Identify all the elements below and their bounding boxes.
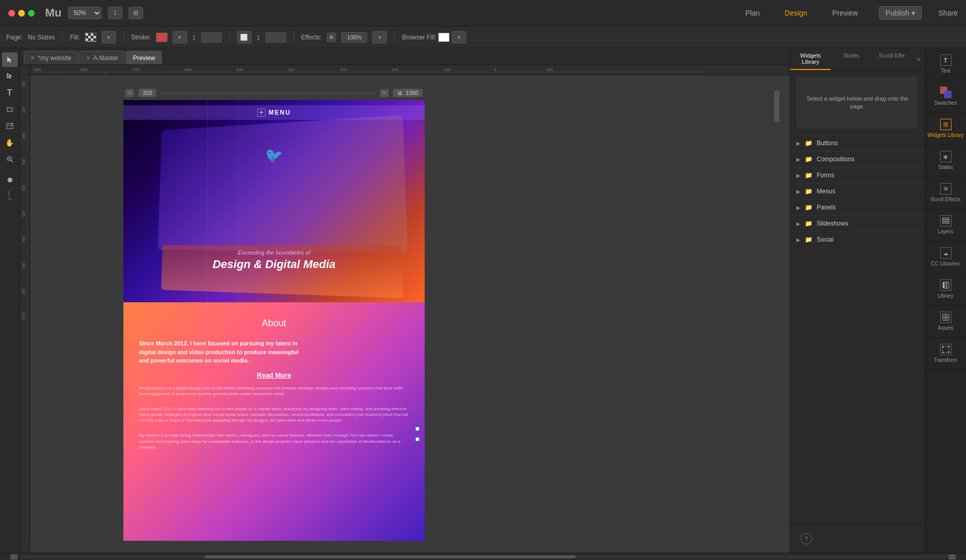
place-icon[interactable]: ⤵: [108, 7, 122, 19]
effects-dropdown[interactable]: ▾: [372, 31, 387, 44]
widget-categories-list: ▶ 📁 Buttons ▶ 📁 Compositions ▶ 📁 Forms ▶…: [790, 135, 925, 524]
frp-cc-libraries[interactable]: ☁ CC Libraries: [925, 241, 966, 273]
maximize-window-btn[interactable]: [28, 10, 35, 17]
canvas-scrollbar[interactable]: [773, 90, 780, 553]
tab-a-master[interactable]: ✕ A-Master: [79, 51, 125, 64]
zoom-tool[interactable]: [2, 152, 18, 166]
crop-tool[interactable]: │─: [2, 189, 18, 204]
text-tool[interactable]: T: [2, 86, 18, 100]
svg-marker-1: [7, 74, 11, 78]
stroke-value-input[interactable]: 0: [201, 32, 222, 43]
svg-rect-44: [943, 318, 945, 320]
tabs-more-btn[interactable]: »: [912, 48, 925, 70]
svg-text:100: 100: [546, 67, 553, 72]
fill-preview[interactable]: [85, 33, 96, 42]
svg-line-4: [7, 125, 9, 127]
minimize-window-btn[interactable]: [18, 10, 25, 17]
hero-bird-icon: 🐦: [265, 147, 283, 164]
category-panels[interactable]: ▶ 📁 Panels: [790, 199, 925, 215]
frp-widgets-library[interactable]: ⊞ Widgets Library: [925, 113, 966, 145]
far-right-panel: T Text Swatches ⊞ Widgets Library ◈ Stat…: [925, 48, 966, 553]
frp-assets[interactable]: Assets: [925, 305, 966, 338]
fill-dropdown[interactable]: ▾: [102, 31, 116, 44]
toolbar: Page: No States Fill: ▾ Stroke: ▾ ▲▼ 0 ⬜…: [0, 26, 966, 48]
breakpoint-close-btn[interactable]: ✕: [125, 89, 134, 97]
scrollbar-thumb-h[interactable]: [205, 555, 576, 558]
scroll-right-btn[interactable]: [948, 554, 956, 559]
svg-text:600: 600: [22, 211, 25, 217]
about-body-2: Since March 2012, I have been reaching o…: [139, 406, 409, 424]
widgets-library-panel: Widgets Library States Scroll Effe » Sel…: [790, 48, 925, 553]
effects-settings-icon[interactable]: ⊠: [327, 33, 336, 42]
stroke-spinner[interactable]: ▲▼: [192, 34, 196, 41]
browser-fill-preview[interactable]: [438, 33, 450, 42]
effects-value-input[interactable]: [341, 32, 367, 43]
about-body-1: MeatlessBacon is a Digital Design and So…: [139, 385, 409, 397]
category-compositions[interactable]: ▶ 📁 Compositions: [790, 151, 925, 167]
tab-close-a-master[interactable]: ✕: [86, 55, 90, 61]
grid-icon[interactable]: ⊞: [129, 7, 143, 19]
select-tool[interactable]: [2, 52, 18, 67]
top-bar-left: Mu 50% 100% 75% ⤵ ⊞: [8, 6, 143, 20]
direct-select-tool[interactable]: [2, 69, 18, 83]
tab-label-my-website: *my website: [38, 54, 72, 62]
svg-rect-45: [946, 318, 949, 320]
corner-value-input[interactable]: 0: [265, 32, 286, 43]
hand-tool[interactable]: ✋: [2, 135, 18, 150]
tab-close-my-website[interactable]: ✕: [31, 55, 35, 61]
corner-spinner[interactable]: ▲▼: [257, 34, 260, 41]
frp-states[interactable]: ◈ States: [925, 145, 966, 177]
svg-text:-100: -100: [442, 67, 451, 72]
selection-handle-1: [415, 427, 419, 431]
nav-design[interactable]: Design: [780, 7, 811, 19]
breakpoint-320[interactable]: 320: [138, 89, 156, 97]
separator4: [293, 31, 294, 44]
rectangle-tool[interactable]: [2, 102, 18, 117]
svg-text:0: 0: [494, 67, 497, 72]
breakpoint-1080[interactable]: 🖥 1080: [393, 89, 423, 97]
scrollbar-track-h[interactable]: [20, 555, 946, 558]
zoom-select[interactable]: 50% 100% 75%: [68, 7, 102, 19]
pin-tool[interactable]: ⬟: [2, 173, 18, 187]
frame-btn[interactable]: ⬜: [237, 31, 251, 44]
scrollbar-thumb[interactable]: [774, 91, 779, 122]
canvas-scroll-area[interactable]: ✕ 320 ✕ 🖥 1080: [30, 75, 790, 553]
frp-transform[interactable]: Transform: [925, 338, 966, 370]
top-bar: Mu 50% 100% 75% ⤵ ⊞ Plan Design Preview …: [0, 0, 966, 26]
frp-text[interactable]: T Text: [925, 48, 966, 80]
stroke-dropdown[interactable]: ▾: [173, 31, 187, 44]
bottom-scrollbar[interactable]: [0, 553, 966, 560]
frp-layers[interactable]: Layers: [925, 209, 966, 241]
category-buttons[interactable]: ▶ 📁 Buttons: [790, 135, 925, 151]
tab-preview[interactable]: Preview: [126, 51, 162, 64]
share-button[interactable]: Share: [939, 9, 958, 17]
category-forms[interactable]: ▶ 📁 Forms: [790, 167, 925, 183]
read-more-link[interactable]: Read More: [139, 371, 409, 379]
frp-library[interactable]: Library: [925, 273, 966, 305]
browser-fill-dropdown[interactable]: ▾: [452, 31, 466, 44]
browser-fill-label: Browser Fill:: [402, 34, 436, 41]
tab-my-website[interactable]: ✕ *my website: [24, 51, 78, 64]
frp-swatches[interactable]: Swatches: [925, 80, 966, 113]
close-window-btn[interactable]: [8, 10, 15, 17]
tab-scroll-effects[interactable]: Scroll Effe: [872, 48, 912, 70]
scroll-left-btn[interactable]: [10, 554, 18, 559]
publish-button[interactable]: Publish ▾: [879, 6, 922, 20]
image-tool[interactable]: [2, 119, 18, 133]
help-button[interactable]: ?: [801, 533, 812, 544]
hero-title: Design & Digital Media: [213, 258, 335, 271]
publish-dropdown-icon: ▾: [912, 9, 915, 17]
nav-preview[interactable]: Preview: [828, 7, 862, 19]
breakpoint-close-2-btn[interactable]: ✕: [380, 89, 389, 97]
nav-plan[interactable]: Plan: [741, 7, 764, 19]
stroke-preview[interactable]: [156, 33, 167, 42]
canvas-area: ✕ *my website ✕ A-Master Preview: [20, 48, 790, 553]
tab-widgets-library[interactable]: Widgets Library: [790, 48, 831, 70]
widgets-library-icon: ⊞: [940, 119, 951, 130]
tab-states[interactable]: States: [831, 48, 871, 70]
category-social[interactable]: ▶ 📁 Social: [790, 231, 925, 247]
widget-select-message: Select a widget below and drag onto the …: [796, 77, 918, 129]
category-slideshows[interactable]: ▶ 📁 Slideshows: [790, 215, 925, 231]
category-menus[interactable]: ▶ 📁 Menus: [790, 183, 925, 199]
frp-scroll-effects[interactable]: ≋ Scroll Effects: [925, 177, 966, 209]
